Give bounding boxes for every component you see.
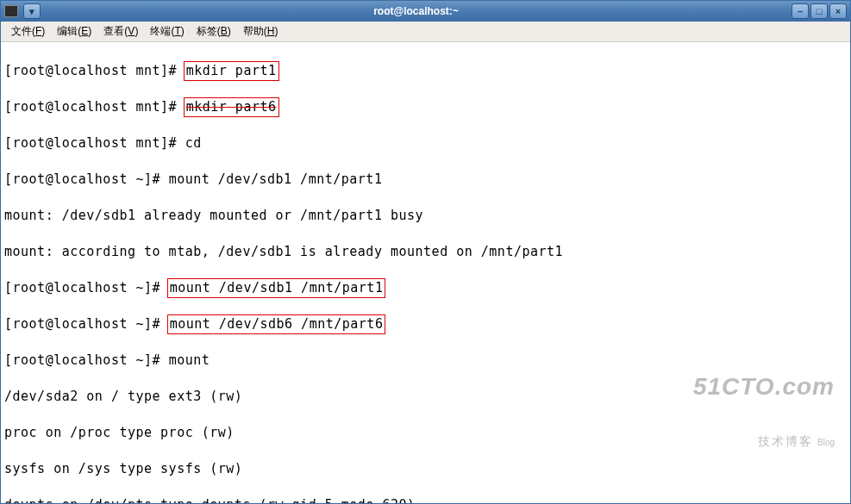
terminal-line: [root@localhost ~]# mount /dev/sdb1 /mnt… xyxy=(4,171,847,189)
highlighted-command: mkdir part6 xyxy=(184,97,279,117)
titlebar[interactable]: ▾ root@localhost:~ – □ × xyxy=(1,1,850,22)
highlighted-command: mount /dev/sdb6 /mnt/part6 xyxy=(167,314,386,334)
terminal-line: [root@localhost mnt]# mkdir part6 xyxy=(4,98,847,116)
terminal-line: [root@localhost ~]# mount /dev/sdb1 /mnt… xyxy=(4,279,847,297)
highlighted-command: mkdir part1 xyxy=(184,61,279,81)
close-button[interactable]: × xyxy=(829,3,847,19)
terminal-line: [root@localhost mnt]# mkdir part1 xyxy=(4,62,847,80)
menu-file[interactable]: 文件(F) xyxy=(6,22,50,40)
terminal-window: ▾ root@localhost:~ – □ × 文件(F) 编辑(E) 查看(… xyxy=(0,0,851,504)
menubar: 文件(F) 编辑(E) 查看(V) 终端(T) 标签(B) 帮助(H) xyxy=(1,22,850,42)
terminal-area[interactable]: [root@localhost mnt]# mkdir part1 [root@… xyxy=(1,42,850,503)
maximize-button[interactable]: □ xyxy=(810,3,828,19)
terminal-line: mount: /dev/sdb1 already mounted or /mnt… xyxy=(4,207,847,225)
terminal-line: mount: according to mtab, /dev/sdb1 is a… xyxy=(4,243,847,261)
terminal-line: [root@localhost mnt]# cd xyxy=(4,134,847,152)
menu-help[interactable]: 帮助(H) xyxy=(238,22,284,40)
terminal-line: sysfs on /sys type sysfs (rw) xyxy=(4,460,847,478)
app-icon xyxy=(4,5,18,17)
minimize-button[interactable]: – xyxy=(792,3,809,19)
menu-tabs[interactable]: 标签(B) xyxy=(191,22,236,40)
window-menu-button[interactable]: ▾ xyxy=(23,3,41,19)
window-controls: – □ × xyxy=(792,3,847,19)
terminal-line: devpts on /dev/pts type devpts (rw,gid=5… xyxy=(4,496,847,503)
highlighted-command: mount /dev/sdb1 /mnt/part1 xyxy=(167,278,386,298)
terminal-line: [root@localhost ~]# mount xyxy=(4,352,847,370)
window-title: root@localhost:~ xyxy=(373,5,459,17)
terminal-line: proc on /proc type proc (rw) xyxy=(4,424,847,442)
menu-terminal[interactable]: 终端(T) xyxy=(145,22,189,40)
terminal-line: /dev/sda2 on / type ext3 (rw) xyxy=(4,388,847,406)
terminal-line: [root@localhost ~]# mount /dev/sdb6 /mnt… xyxy=(4,315,847,333)
menu-edit[interactable]: 编辑(E) xyxy=(52,22,97,40)
menu-view[interactable]: 查看(V) xyxy=(98,22,143,40)
